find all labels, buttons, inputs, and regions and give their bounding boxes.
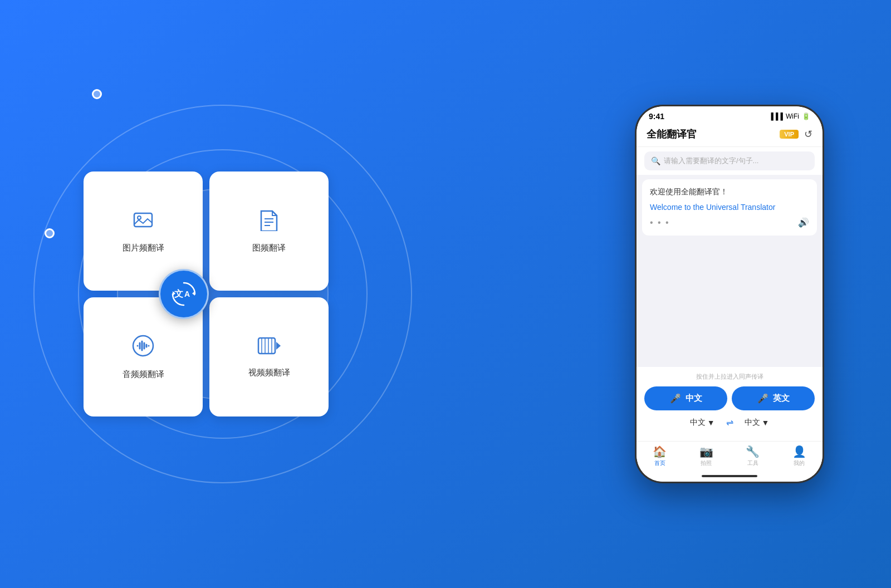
- dot-2: [45, 228, 55, 238]
- nav-tools[interactable]: 🔧 工具: [730, 445, 776, 467]
- search-icon: 🔍: [651, 156, 660, 165]
- app-title: 全能翻译官: [647, 128, 697, 141]
- swap-languages-icon[interactable]: ⇌: [726, 417, 733, 428]
- status-icons: ▐▐▐ WiFi 🔋: [768, 112, 810, 120]
- vip-badge[interactable]: VIP: [780, 130, 799, 139]
- lang-to-label: 中文: [745, 418, 760, 428]
- image-card-icon: [132, 209, 154, 236]
- phone-screen: 9:41 ▐▐▐ WiFi 🔋 全能翻译官 VIP ↺ 🔍 请输入需要翻译的文字…: [637, 106, 823, 482]
- hold-hint-text: 按住并上拉进入同声传译: [644, 373, 815, 381]
- nav-home[interactable]: 🏠 首页: [637, 445, 683, 467]
- document-card-label: 图频翻译: [252, 243, 286, 253]
- bottom-navigation: 🏠 首页 📷 拍照 🔧 工具 👤 我的: [637, 441, 823, 473]
- mic-en-icon: 🎤: [757, 393, 768, 404]
- lang-from-select[interactable]: 中文 ▼: [690, 418, 715, 428]
- nav-tools-icon: 🔧: [746, 445, 760, 458]
- history-icon[interactable]: ↺: [804, 128, 812, 140]
- search-bar: 🔍 请输入需要翻译的文字/句子...: [637, 147, 823, 175]
- search-placeholder-text: 请输入需要翻译的文字/句子...: [664, 156, 758, 166]
- nav-profile[interactable]: 👤 我的: [776, 445, 823, 467]
- video-translate-card[interactable]: 视频频翻译: [209, 297, 329, 416]
- video-card-label: 视频频翻译: [248, 367, 290, 378]
- home-bar: [702, 475, 757, 477]
- audio-card-icon: [131, 334, 155, 362]
- mic-en-label: 英文: [773, 393, 790, 404]
- bottom-controls: 按住并上拉进入同声传译 🎤 中文 🎤 英文 中文 ▼ ⇌ 中文: [637, 367, 823, 441]
- document-card-icon: [259, 209, 279, 236]
- nav-home-label: 首页: [654, 459, 665, 467]
- original-text: 欢迎使用全能翻译官！: [650, 187, 809, 197]
- translation-result-area: 欢迎使用全能翻译官！ Welcome to the Universal Tran…: [642, 179, 817, 236]
- lang-to-arrow: ▼: [762, 418, 770, 427]
- home-indicator: [637, 473, 823, 482]
- app-header: 全能翻译官 VIP ↺: [637, 124, 823, 147]
- header-right: VIP ↺: [780, 128, 812, 140]
- nav-camera-label: 拍照: [701, 459, 712, 467]
- phone-mockup: 9:41 ▐▐▐ WiFi 🔋 全能翻译官 VIP ↺ 🔍 请输入需要翻译的文字…: [635, 105, 824, 483]
- svg-text:文: 文: [174, 288, 183, 298]
- audio-card-label: 音频频翻译: [123, 369, 164, 380]
- svg-text:A: A: [184, 290, 190, 298]
- lang-to-select[interactable]: 中文 ▼: [745, 418, 770, 428]
- document-translate-card[interactable]: 图频翻译: [209, 171, 329, 291]
- nav-camera-icon: 📷: [699, 445, 713, 458]
- svg-point-1: [138, 216, 141, 219]
- translated-text: Welcome to the Universal Translator: [650, 203, 809, 212]
- video-card-icon: [257, 336, 281, 361]
- mic-buttons-row: 🎤 中文 🎤 英文: [644, 386, 815, 410]
- svg-marker-17: [276, 342, 281, 350]
- image-card-label: 图片频翻译: [123, 243, 164, 253]
- svg-marker-20: [192, 291, 195, 296]
- battery-icon: 🔋: [802, 112, 810, 120]
- search-input-container[interactable]: 🔍 请输入需要翻译的文字/句子...: [644, 151, 815, 170]
- speaker-icon[interactable]: 🔊: [798, 217, 809, 228]
- nav-tools-label: 工具: [747, 459, 758, 467]
- wifi-icon: WiFi: [786, 112, 799, 120]
- mic-zh-icon: 🎤: [670, 393, 681, 404]
- svg-rect-12: [258, 338, 275, 354]
- more-dots[interactable]: • • •: [650, 218, 670, 228]
- translation-footer: • • • 🔊: [650, 217, 809, 228]
- status-bar: 9:41 ▐▐▐ WiFi 🔋: [637, 106, 823, 124]
- status-time: 9:41: [649, 112, 664, 121]
- nav-camera[interactable]: 📷 拍照: [683, 445, 730, 467]
- language-selectors: 中文 ▼ ⇌ 中文 ▼: [644, 417, 815, 428]
- translate-center-icon: 文 A: [159, 269, 209, 319]
- nav-home-icon: 🏠: [653, 445, 667, 458]
- lang-from-arrow: ▼: [707, 418, 715, 427]
- lang-from-label: 中文: [690, 418, 706, 428]
- nav-profile-icon: 👤: [792, 445, 806, 458]
- mic-zh-label: 中文: [686, 393, 702, 404]
- mic-zh-button[interactable]: 🎤 中文: [644, 386, 727, 410]
- mic-en-button[interactable]: 🎤 英文: [732, 386, 815, 410]
- svg-point-5: [133, 336, 153, 356]
- signal-icon: ▐▐▐: [768, 112, 783, 120]
- dot-1: [92, 89, 102, 99]
- nav-profile-label: 我的: [794, 459, 805, 467]
